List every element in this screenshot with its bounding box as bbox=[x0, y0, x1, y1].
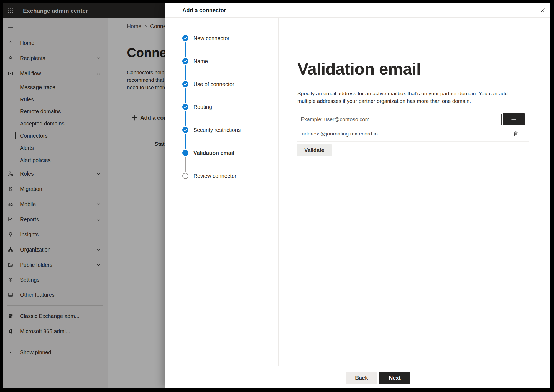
modal-footer: Back Next bbox=[165, 366, 550, 388]
step-circle-upcoming[interactable] bbox=[182, 173, 188, 179]
step-description: Specify an email address for an active m… bbox=[297, 90, 508, 105]
plus-icon bbox=[511, 116, 517, 122]
modal-header: Add a connector bbox=[165, 3, 550, 18]
step-connector-line bbox=[185, 111, 186, 126]
address-email: address@journaling.mxrecord.io bbox=[302, 129, 378, 139]
wizard-steps: New connectorNameUse of connectorRouting… bbox=[165, 18, 279, 366]
add-connector-modal: Add a connector New connectorNameUse of … bbox=[165, 3, 550, 388]
step-connector-line bbox=[185, 88, 186, 103]
step-circle-completed[interactable] bbox=[182, 127, 188, 133]
step-connector-line bbox=[185, 65, 186, 80]
divider bbox=[297, 141, 529, 142]
wizard-step-validation-email[interactable]: Validation email bbox=[193, 149, 234, 157]
wizard-step-name[interactable]: Name bbox=[193, 57, 208, 65]
modal-title: Add a connector bbox=[182, 3, 226, 17]
step-circle-completed[interactable] bbox=[182, 81, 188, 87]
next-button[interactable]: Next bbox=[379, 372, 410, 384]
wizard-step-content: Validation email Specify an email addres… bbox=[279, 18, 550, 366]
step-connector-line bbox=[185, 42, 186, 57]
add-email-button[interactable] bbox=[503, 113, 525, 125]
email-input[interactable] bbox=[297, 114, 502, 125]
step-circle-completed[interactable] bbox=[182, 35, 188, 41]
wizard-step-use-of-connector[interactable]: Use of connector bbox=[193, 80, 234, 88]
description-line: multiple addresses if your partner organ… bbox=[297, 97, 508, 105]
step-connector-line bbox=[185, 134, 186, 149]
wizard-step-routing[interactable]: Routing bbox=[193, 103, 212, 111]
close-icon[interactable] bbox=[539, 7, 546, 14]
screen: Exchange admin center HomeRecipientsMail… bbox=[3, 3, 550, 388]
step-circle-completed[interactable] bbox=[182, 104, 188, 110]
trash-icon[interactable] bbox=[512, 130, 519, 137]
wizard-step-new-connector[interactable]: New connector bbox=[193, 34, 229, 42]
step-connector-line bbox=[185, 157, 186, 172]
step-heading: Validation email bbox=[297, 60, 421, 78]
screen-frame: Exchange admin center HomeRecipientsMail… bbox=[0, 0, 554, 392]
step-circle-current[interactable] bbox=[182, 150, 188, 156]
address-row: address@journaling.mxrecord.io bbox=[297, 129, 529, 139]
back-button[interactable]: Back bbox=[346, 372, 377, 384]
wizard-step-security-restrictions[interactable]: Security restrictions bbox=[193, 126, 241, 134]
step-circle-completed[interactable] bbox=[182, 58, 188, 64]
validate-button[interactable]: Validate bbox=[297, 144, 332, 156]
wizard-step-review-connector[interactable]: Review connector bbox=[193, 172, 236, 180]
description-line: Specify an email address for an active m… bbox=[297, 90, 508, 97]
